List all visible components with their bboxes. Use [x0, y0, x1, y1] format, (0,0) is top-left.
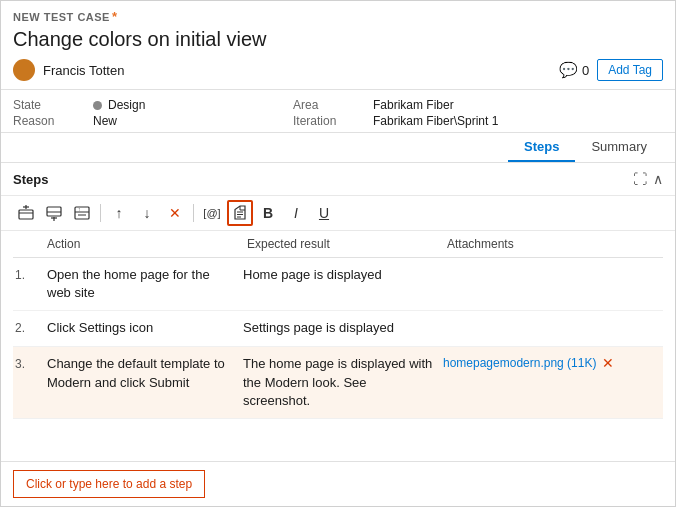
attachment-link-3[interactable]: homepagemodern.png (11K) [443, 356, 596, 370]
insert-shared-step-icon[interactable]: ↑ [69, 200, 95, 226]
underline-button[interactable]: U [311, 200, 337, 226]
steps-header-icons: ⛶ ∧ [633, 171, 663, 187]
add-tag-button[interactable]: Add Tag [597, 59, 663, 81]
comment-count: 0 [582, 63, 589, 78]
author-row: Francis Totten 💬 0 Add Tag [13, 59, 663, 89]
step-num-1: 1. [13, 266, 43, 282]
collapse-icon[interactable]: ∧ [653, 171, 663, 187]
add-step-button[interactable]: Click or type here to add a step [13, 470, 205, 498]
insert-step-below-icon[interactable] [41, 200, 67, 226]
svg-rect-0 [19, 210, 33, 219]
num-col-header [13, 235, 43, 253]
table-row: 1. Open the home page for the web site H… [13, 258, 663, 311]
step-action-3[interactable]: Change the default template to Modern an… [43, 355, 243, 391]
area-label: Area [293, 98, 373, 112]
steps-col-headers: Action Expected result Attachments [13, 231, 663, 258]
step-attachment-3: homepagemodern.png (11K) ✕ [443, 355, 663, 371]
steps-section-header: Steps ⛶ ∧ [1, 163, 675, 196]
steps-table: Action Expected result Attachments 1. Op… [1, 231, 675, 461]
reason-field: Reason New [13, 114, 293, 128]
state-dot [93, 101, 102, 110]
step-action-1[interactable]: Open the home page for the web site [43, 266, 243, 302]
add-step-area: Click or type here to add a step [1, 461, 675, 506]
action-col-header: Action [43, 235, 243, 253]
attachments-col-header: Attachments [443, 235, 663, 253]
iteration-value[interactable]: Fabrikam Fiber\Sprint 1 [373, 114, 498, 128]
work-item-title[interactable]: Change colors on initial view [13, 28, 663, 51]
step-expected-1[interactable]: Home page is displayed [243, 266, 443, 284]
area-value[interactable]: Fabrikam Fiber [373, 98, 454, 112]
main-container: NEW TEST CASE * Change colors on initial… [0, 0, 676, 507]
state-label: State [13, 98, 93, 112]
state-field: State Design [13, 98, 293, 112]
steps-section-title: Steps [13, 172, 633, 187]
state-reason-row: State Design Area Fabrikam Fiber [13, 98, 663, 112]
toolbar-sep-1 [100, 204, 101, 222]
table-row: 2. Click Settings icon Settings page is … [13, 311, 663, 347]
work-item-type-label: NEW TEST CASE * [13, 9, 663, 24]
step-num-2: 2. [13, 319, 43, 335]
comment-area: 💬 0 [559, 61, 589, 79]
table-row: 3. Change the default template to Modern… [13, 347, 663, 419]
svg-text:↑: ↑ [78, 206, 81, 212]
iteration-label: Iteration [293, 114, 373, 128]
attachment-delete-3[interactable]: ✕ [602, 355, 614, 371]
tab-summary[interactable]: Summary [575, 133, 663, 162]
insert-param-button[interactable]: [@] [199, 200, 225, 226]
attachment-button[interactable] [227, 200, 253, 226]
italic-button[interactable]: I [283, 200, 309, 226]
move-down-button[interactable]: ↓ [134, 200, 160, 226]
reason-iteration-row: Reason New Iteration Fabrikam Fiber\Spri… [13, 114, 663, 128]
step-expected-3[interactable]: The home page is displayed with the Mode… [243, 355, 443, 410]
toolbar-sep-2 [193, 204, 194, 222]
delete-button[interactable]: ✕ [162, 200, 188, 226]
comment-icon: 💬 [559, 61, 578, 79]
reason-value[interactable]: New [93, 114, 117, 128]
steps-section: Steps ⛶ ∧ [1, 163, 675, 506]
tabs-row: Steps Summary [1, 133, 675, 163]
iteration-field: Iteration Fabrikam Fiber\Sprint 1 [293, 114, 573, 128]
author-name: Francis Totten [43, 63, 124, 78]
state-value[interactable]: Design [93, 98, 145, 112]
unsaved-indicator: * [112, 9, 118, 24]
steps-toolbar: ↑ ↑ ↓ ✕ [@] B I U [1, 196, 675, 231]
step-num-3: 3. [13, 355, 43, 371]
area-field: Area Fabrikam Fiber [293, 98, 573, 112]
avatar [13, 59, 35, 81]
fields-area: State Design Area Fabrikam Fiber Reason … [1, 90, 675, 133]
insert-step-icon[interactable] [13, 200, 39, 226]
move-up-button[interactable]: ↑ [106, 200, 132, 226]
expand-icon[interactable]: ⛶ [633, 171, 647, 187]
step-action-2[interactable]: Click Settings icon [43, 319, 243, 337]
header: NEW TEST CASE * Change colors on initial… [1, 1, 675, 90]
tab-steps[interactable]: Steps [508, 133, 575, 162]
bold-button[interactable]: B [255, 200, 281, 226]
reason-label: Reason [13, 114, 93, 128]
step-expected-2[interactable]: Settings page is displayed [243, 319, 443, 337]
expected-col-header: Expected result [243, 235, 443, 253]
